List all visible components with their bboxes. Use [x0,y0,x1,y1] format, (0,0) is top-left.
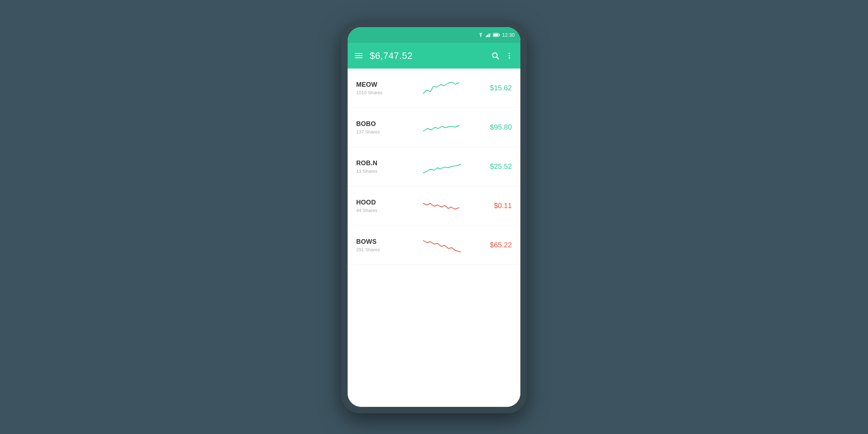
stock-shares: 11 Shares [356,168,403,174]
battery-icon [493,33,500,37]
stock-ticker: ROB.N [356,160,403,167]
stock-shares: 1010 Shares [356,90,403,95]
menu-button[interactable] [355,53,363,58]
stock-price: $25.52 [480,162,512,171]
svg-rect-4 [490,33,491,37]
stock-shares: 137 Shares [356,129,403,135]
stock-item[interactable]: MEOW 1010 Shares $15.62 [348,69,520,108]
stock-chart [403,196,480,216]
wifi-icon [478,33,484,37]
phone-device: 12:30 $6,747.52 [341,21,527,413]
svg-rect-2 [487,35,488,37]
stock-item[interactable]: BOWS 291 Shares $65.22 [348,226,520,265]
signal-icon [486,33,491,37]
stock-item[interactable]: HOOD 44 Shares $0.11 [348,186,520,226]
stock-chart [403,78,480,98]
stock-price: $95.80 [480,123,512,131]
svg-rect-1 [486,36,487,37]
stock-price: $65.22 [480,241,512,249]
stock-chart [403,157,480,176]
stock-item[interactable]: BOBO 137 Shares $95.80 [348,108,520,147]
status-icons: 12:30 [478,32,515,38]
stock-ticker: MEOW [356,81,403,89]
stock-price: $15.62 [480,84,512,92]
stock-list: MEOW 1010 Shares $15.62 BOBO 137 Shares … [348,69,520,407]
stock-price: $0.11 [480,202,512,210]
stock-chart [403,117,480,137]
stock-shares: 44 Shares [356,208,403,213]
stock-chart [403,235,480,255]
svg-point-10 [509,53,510,54]
phone-screen: 12:30 $6,747.52 [348,27,520,407]
more-button[interactable] [505,52,513,60]
svg-point-12 [509,57,510,59]
svg-point-0 [480,36,481,37]
svg-line-9 [497,57,499,59]
search-button[interactable] [491,51,500,60]
svg-point-11 [509,55,510,56]
stock-info: HOOD 44 Shares [356,199,403,213]
stock-info: MEOW 1010 Shares [356,81,403,95]
stock-info: BOBO 137 Shares [356,120,403,135]
stock-shares: 291 Shares [356,247,403,252]
stock-ticker: HOOD [356,199,403,206]
stock-info: BOWS 291 Shares [356,238,403,252]
status-time: 12:30 [502,32,515,38]
svg-rect-3 [489,34,490,37]
portfolio-value: $6,747.52 [370,50,491,61]
app-bar: $6,747.52 [348,43,520,69]
stock-ticker: BOWS [356,238,403,246]
svg-rect-6 [499,34,500,36]
stock-info: ROB.N 11 Shares [356,160,403,174]
status-bar: 12:30 [348,27,520,43]
stock-ticker: BOBO [356,120,403,128]
svg-rect-7 [493,34,498,36]
stock-item[interactable]: ROB.N 11 Shares $25.52 [348,147,520,186]
